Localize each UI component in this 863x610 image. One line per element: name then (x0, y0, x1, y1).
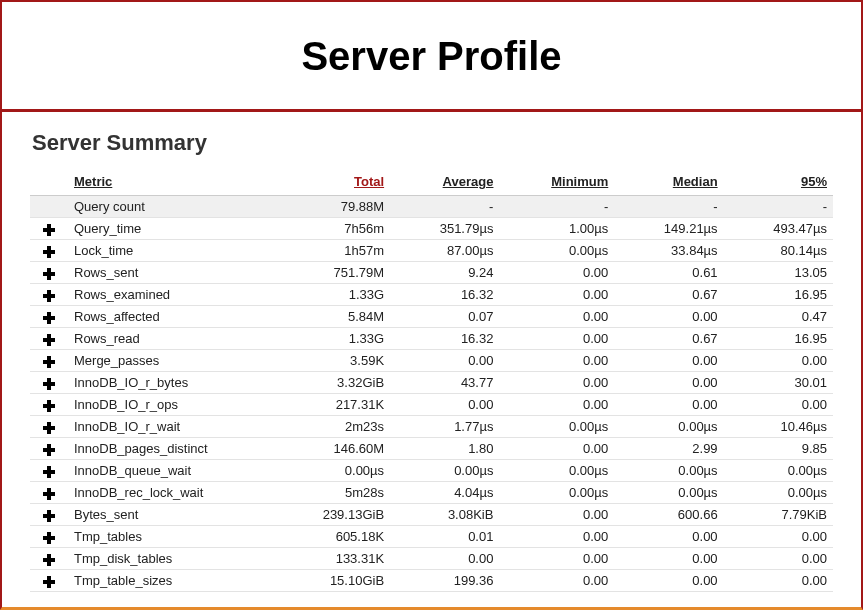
expand-cell[interactable] (30, 218, 68, 240)
plus-icon[interactable] (43, 334, 55, 346)
metric-cell: Rows_read (68, 328, 268, 350)
p95-cell: 80.14µs (724, 240, 833, 262)
plus-icon[interactable] (43, 268, 55, 280)
average-cell: 0.07 (390, 306, 499, 328)
plus-icon[interactable] (43, 510, 55, 522)
col-p95[interactable]: 95% (724, 170, 833, 196)
expand-cell[interactable] (30, 438, 68, 460)
table-row: Tmp_tables605.18K0.010.000.000.00 (30, 526, 833, 548)
table-row: Bytes_sent239.13GiB3.08KiB0.00600.667.79… (30, 504, 833, 526)
plus-icon[interactable] (43, 224, 55, 236)
total-cell: 7h56m (268, 218, 390, 240)
table-row: InnoDB_IO_r_bytes3.32GiB43.770.000.0030.… (30, 372, 833, 394)
plus-icon[interactable] (43, 312, 55, 324)
expand-cell[interactable] (30, 548, 68, 570)
p95-cell: 0.00µs (724, 482, 833, 504)
median-cell: 0.00 (614, 372, 723, 394)
plus-icon[interactable] (43, 576, 55, 588)
plus-icon[interactable] (43, 444, 55, 456)
expand-cell[interactable] (30, 526, 68, 548)
expand-cell[interactable] (30, 460, 68, 482)
p95-cell: 7.79KiB (724, 504, 833, 526)
plus-icon[interactable] (43, 488, 55, 500)
p95-cell: 493.47µs (724, 218, 833, 240)
plus-icon[interactable] (43, 422, 55, 434)
table-row: InnoDB_pages_distinct146.60M1.800.002.99… (30, 438, 833, 460)
expand-cell[interactable] (30, 570, 68, 592)
table-row: Merge_passes3.59K0.000.000.000.00 (30, 350, 833, 372)
p95-cell: 13.05 (724, 262, 833, 284)
table-row: Tmp_table_sizes15.10GiB199.360.000.000.0… (30, 570, 833, 592)
table-row: Query_time7h56m351.79µs1.00µs149.21µs493… (30, 218, 833, 240)
expand-cell[interactable] (30, 262, 68, 284)
minimum-cell: 0.00 (499, 548, 614, 570)
median-cell: 0.67 (614, 328, 723, 350)
table-body: Query count79.88M----Query_time7h56m351.… (30, 196, 833, 592)
median-cell: 0.00µs (614, 416, 723, 438)
median-cell: 149.21µs (614, 218, 723, 240)
total-cell: 605.18K (268, 526, 390, 548)
expand-cell[interactable] (30, 504, 68, 526)
minimum-cell: 0.00 (499, 350, 614, 372)
table-row: Rows_affected5.84M0.070.000.000.47 (30, 306, 833, 328)
average-cell: 1.80 (390, 438, 499, 460)
expand-cell[interactable] (30, 394, 68, 416)
average-cell: 0.00 (390, 394, 499, 416)
page-frame: Server Profile Server Summary Metric Tot… (0, 0, 863, 610)
average-cell: 3.08KiB (390, 504, 499, 526)
total-cell: 3.32GiB (268, 372, 390, 394)
metric-cell: Tmp_table_sizes (68, 570, 268, 592)
average-cell: 0.01 (390, 526, 499, 548)
plus-icon[interactable] (43, 466, 55, 478)
total-cell: 15.10GiB (268, 570, 390, 592)
col-metric[interactable]: Metric (68, 170, 268, 196)
metric-cell: Query_time (68, 218, 268, 240)
plus-icon[interactable] (43, 356, 55, 368)
table-row: InnoDB_queue_wait0.00µs0.00µs0.00µs0.00µ… (30, 460, 833, 482)
plus-icon[interactable] (43, 290, 55, 302)
plus-icon[interactable] (43, 400, 55, 412)
plus-icon[interactable] (43, 554, 55, 566)
expand-cell[interactable] (30, 416, 68, 438)
expand-cell[interactable] (30, 372, 68, 394)
minimum-cell: - (499, 196, 614, 218)
total-cell: 1.33G (268, 328, 390, 350)
average-cell: 0.00 (390, 350, 499, 372)
p95-cell: - (724, 196, 833, 218)
p95-cell: 0.00 (724, 394, 833, 416)
plus-icon[interactable] (43, 532, 55, 544)
plus-icon[interactable] (43, 246, 55, 258)
col-total[interactable]: Total (268, 170, 390, 196)
col-minimum[interactable]: Minimum (499, 170, 614, 196)
total-cell: 79.88M (268, 196, 390, 218)
expand-cell[interactable] (30, 284, 68, 306)
average-cell: 199.36 (390, 570, 499, 592)
minimum-cell: 0.00 (499, 372, 614, 394)
expand-cell[interactable] (30, 350, 68, 372)
col-median[interactable]: Median (614, 170, 723, 196)
minimum-cell: 0.00 (499, 438, 614, 460)
plus-icon[interactable] (43, 378, 55, 390)
total-cell: 5.84M (268, 306, 390, 328)
table-row: Lock_time1h57m87.00µs0.00µs33.84µs80.14µ… (30, 240, 833, 262)
average-cell: 1.77µs (390, 416, 499, 438)
minimum-cell: 0.00 (499, 526, 614, 548)
col-average[interactable]: Average (390, 170, 499, 196)
average-cell: 4.04µs (390, 482, 499, 504)
expand-cell[interactable] (30, 306, 68, 328)
minimum-cell: 0.00 (499, 570, 614, 592)
expand-cell[interactable] (30, 328, 68, 350)
p95-cell: 0.47 (724, 306, 833, 328)
expand-cell[interactable] (30, 482, 68, 504)
minimum-cell: 0.00 (499, 284, 614, 306)
table-row: InnoDB_IO_r_ops217.31K0.000.000.000.00 (30, 394, 833, 416)
metric-cell: Rows_examined (68, 284, 268, 306)
section-title: Server Summary (32, 130, 833, 156)
median-cell: 0.61 (614, 262, 723, 284)
minimum-cell: 0.00 (499, 262, 614, 284)
expand-cell[interactable] (30, 240, 68, 262)
page-title: Server Profile (2, 34, 861, 79)
p95-cell: 10.46µs (724, 416, 833, 438)
p95-cell: 16.95 (724, 284, 833, 306)
p95-cell: 0.00µs (724, 460, 833, 482)
